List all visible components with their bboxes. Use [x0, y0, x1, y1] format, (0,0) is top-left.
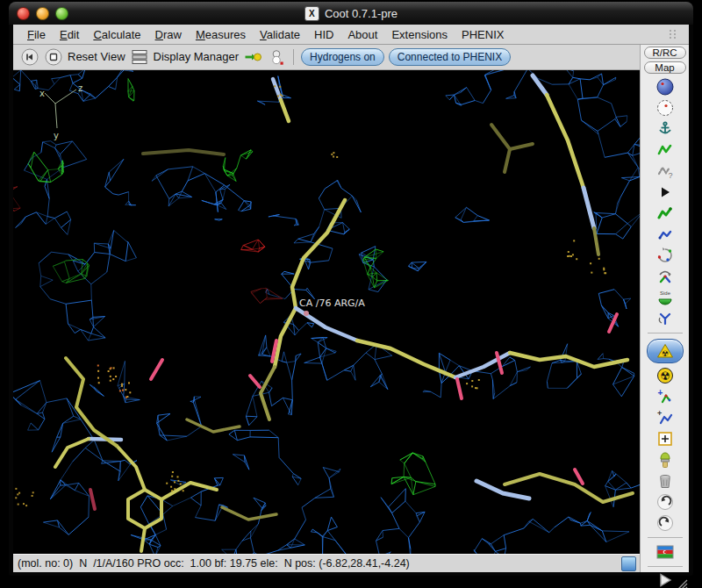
- svg-text:☢: ☢: [661, 349, 668, 358]
- redo-icon[interactable]: [655, 513, 675, 533]
- minimize-button[interactable]: [36, 7, 49, 20]
- layers-icon[interactable]: [130, 47, 149, 67]
- add-alt-conf-icon[interactable]: +: [655, 408, 675, 427]
- undo-icon[interactable]: [655, 492, 675, 512]
- toolbar-separator: [648, 566, 683, 567]
- svg-text:?: ?: [668, 171, 672, 180]
- rigid-body-fit-icon[interactable]: [655, 183, 675, 202]
- auto-fit-rotamer-icon[interactable]: [655, 204, 675, 223]
- menu-edit[interactable]: Edit: [53, 28, 86, 41]
- svg-text:CA /76 ARG/A: CA /76 ARG/A: [299, 298, 365, 309]
- status-resize-square[interactable]: [621, 556, 636, 571]
- svg-text:+: +: [657, 409, 662, 418]
- toolbar-grip-icon[interactable]: [668, 29, 678, 39]
- delete-item-icon[interactable]: [655, 471, 675, 491]
- svg-text:y: y: [54, 131, 59, 140]
- gl-canvas[interactable]: xzyCA /76 ARG/A: [13, 70, 640, 554]
- run-play-icon[interactable]: [655, 570, 675, 588]
- anchor-icon[interactable]: [655, 119, 675, 139]
- clear-pending-picks-icon[interactable]: [655, 450, 675, 470]
- svg-text:z: z: [78, 83, 82, 93]
- svg-text:x: x: [39, 89, 45, 98]
- menu-calculate[interactable]: Calculate: [86, 28, 147, 41]
- simple-mutate-icon[interactable]: ☢: [655, 366, 675, 385]
- rrc-button[interactable]: R/RC: [644, 47, 686, 59]
- go-to-atom-icon[interactable]: [243, 47, 262, 67]
- status-text: (mol. no: 0) N /1/A/160 PRO occ: 1.00 bf…: [18, 557, 410, 570]
- statusbar: (mol. no: 0) N /1/A/160 PRO occ: 1.00 bf…: [13, 554, 640, 572]
- menu-file[interactable]: File: [20, 28, 53, 41]
- menu-about[interactable]: About: [340, 28, 384, 41]
- real-space-refine-icon[interactable]: [655, 140, 675, 160]
- menu-measures[interactable]: Measures: [189, 28, 253, 41]
- map-button[interactable]: Map: [644, 61, 686, 74]
- display-manager-button[interactable]: Display Manager: [154, 50, 240, 63]
- close-button[interactable]: [17, 7, 30, 20]
- flip-peptide-icon[interactable]: [655, 267, 675, 286]
- svg-text:Side: Side: [659, 290, 670, 296]
- hydrogens-toggle-button[interactable]: Hydrogens on: [301, 48, 384, 66]
- ligand-molecule-icon[interactable]: [267, 47, 286, 67]
- side-chain-180-flip-icon[interactable]: Side: [655, 288, 675, 307]
- menu-extensions[interactable]: Extensions: [384, 28, 455, 41]
- window-resize-grip[interactable]: [674, 577, 688, 588]
- add-terminal-residue-icon[interactable]: +: [655, 387, 675, 406]
- azerbaijan-flag-icon[interactable]: [655, 542, 675, 562]
- window-chrome: File Edit Calculate Draw Measures Valida…: [13, 25, 689, 572]
- svg-text:☢: ☢: [660, 369, 670, 383]
- back-view-icon[interactable]: [20, 47, 39, 67]
- mutate-and-auto-fit-button[interactable]: ☢: [647, 339, 684, 363]
- edit-chi-angles-icon[interactable]: [655, 246, 675, 265]
- view-sphere-icon[interactable]: [655, 77, 675, 97]
- add-atom-at-pointer-icon[interactable]: [655, 429, 675, 448]
- menu-draw[interactable]: Draw: [148, 28, 189, 41]
- menubar: File Edit Calculate Draw Measures Valida…: [13, 25, 689, 45]
- window-title: X Coot 0.7.1-pre: [304, 6, 398, 21]
- reset-view-button[interactable]: Reset View: [68, 50, 125, 63]
- coot-window: X Coot 0.7.1-pre File Edit Calculate Dra…: [9, 2, 693, 576]
- regularize-icon[interactable]: ?: [655, 161, 675, 181]
- window-title-text: Coot 0.7.1-pre: [325, 7, 398, 20]
- zoom-button[interactable]: [55, 7, 68, 20]
- rotamers-icon[interactable]: [655, 225, 675, 244]
- svg-text:+: +: [657, 388, 663, 398]
- menu-hid[interactable]: HID: [307, 28, 340, 41]
- density-scene: xzyCA /76 ARG/A: [13, 70, 640, 556]
- recentre-view-icon[interactable]: [655, 98, 675, 118]
- play-row: [641, 570, 689, 588]
- phenix-connection-button[interactable]: Connected to PHENIX: [389, 48, 511, 66]
- recentre-icon[interactable]: [44, 47, 63, 67]
- x11-icon: X: [304, 6, 319, 21]
- menu-validate[interactable]: Validate: [253, 28, 307, 41]
- titlebar[interactable]: X Coot 0.7.1-pre: [9, 2, 693, 25]
- toolbar-separator: [648, 537, 683, 538]
- toolbar-separator: [648, 333, 683, 333]
- menu-phenix[interactable]: PHENIX: [455, 28, 511, 41]
- jed-flip-icon[interactable]: [655, 309, 675, 328]
- main-toolbar: Reset View Display Manager: [13, 45, 640, 70]
- right-toolbar: R/RC Map: [640, 45, 689, 572]
- toolbar-separator: [293, 49, 294, 65]
- traffic-lights: [17, 7, 68, 20]
- mutate-radiation-triangle-icon: ☢: [655, 341, 675, 361]
